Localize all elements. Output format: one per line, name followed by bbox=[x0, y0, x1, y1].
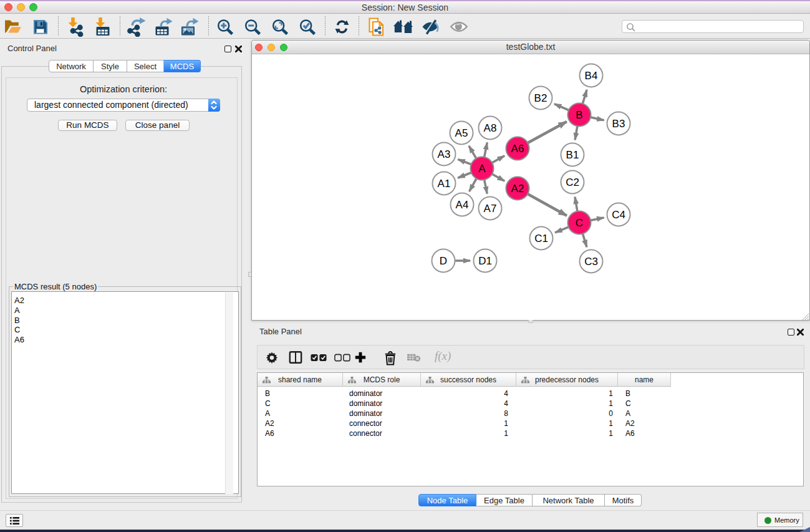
svg-text:B1: B1 bbox=[566, 149, 579, 161]
svg-text:B: B bbox=[576, 109, 582, 121]
svg-text:A3: A3 bbox=[438, 148, 451, 160]
svg-text:B3: B3 bbox=[612, 118, 625, 130]
svg-text:A2: A2 bbox=[511, 183, 524, 195]
svg-text:B4: B4 bbox=[585, 70, 598, 82]
svg-text:C2: C2 bbox=[566, 177, 579, 188]
svg-text:A7: A7 bbox=[484, 203, 497, 215]
svg-text:A: A bbox=[478, 163, 486, 175]
svg-text:A1: A1 bbox=[438, 178, 451, 190]
svg-text:C: C bbox=[576, 217, 583, 229]
svg-text:A5: A5 bbox=[455, 127, 468, 139]
svg-text:D: D bbox=[440, 255, 447, 267]
svg-text:A6: A6 bbox=[511, 143, 524, 155]
svg-text:A4: A4 bbox=[456, 199, 469, 211]
svg-text:D1: D1 bbox=[478, 255, 492, 267]
svg-text:B2: B2 bbox=[534, 92, 547, 104]
svg-text:A8: A8 bbox=[484, 122, 497, 134]
svg-text:C3: C3 bbox=[584, 256, 598, 268]
svg-text:C1: C1 bbox=[534, 233, 548, 244]
svg-text:C4: C4 bbox=[612, 209, 625, 221]
